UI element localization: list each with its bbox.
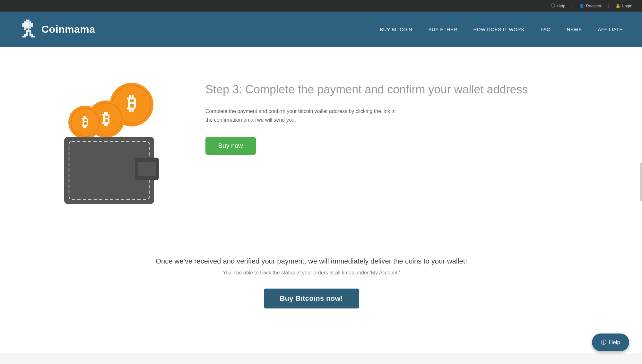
login-link[interactable]: 🔒 Login	[615, 4, 632, 8]
svg-rect-22	[24, 28, 26, 30]
svg-rect-5	[30, 21, 31, 23]
help-fab-icon: ⓘ	[601, 339, 606, 346]
step-title: Step 3: Complete the payment and confirm…	[205, 82, 591, 97]
svg-rect-25	[28, 30, 30, 32]
svg-text:₿: ₿	[82, 115, 88, 129]
svg-rect-0	[26, 19, 28, 21]
logo-regular: Coin	[41, 23, 65, 35]
svg-rect-21	[30, 27, 31, 29]
cta-sub-text: You'll be able to track the status of yo…	[32, 270, 591, 276]
cta-main-text: Once we've received and verified your pa…	[32, 257, 591, 265]
svg-rect-1	[28, 19, 30, 21]
login-icon: 🔒	[615, 4, 620, 8]
svg-rect-15	[28, 25, 30, 27]
wallet-illustration: ₿ ₿ ₿	[32, 73, 167, 218]
svg-rect-32	[31, 34, 33, 36]
svg-rect-18	[24, 27, 26, 29]
help-circle-icon: ⓘ	[551, 3, 555, 9]
svg-rect-27	[26, 32, 28, 34]
svg-rect-3	[26, 21, 28, 23]
login-link-label: Login	[622, 4, 632, 8]
svg-rect-49	[138, 162, 156, 176]
register-link-label: Register	[586, 4, 601, 8]
wallet-svg: ₿ ₿ ₿	[32, 73, 167, 217]
svg-rect-19	[26, 27, 28, 29]
svg-text:₿: ₿	[127, 93, 136, 113]
top-bar: ⓘ Help | 👤 Register | 🔒 Login	[0, 0, 642, 12]
nav-buy-bitcoin[interactable]: BUY BITCOIN	[380, 27, 412, 32]
logo-text: Coinmama	[41, 23, 95, 35]
svg-rect-36	[33, 36, 35, 38]
svg-rect-8	[26, 23, 28, 25]
svg-rect-24	[26, 30, 28, 32]
svg-rect-12	[22, 25, 24, 27]
buy-bitcoins-button[interactable]: Buy Bitcoins now!	[264, 289, 359, 308]
divider2: |	[608, 4, 609, 8]
logo-bold: mama	[65, 23, 95, 35]
svg-rect-17	[31, 25, 33, 27]
step-info: Step 3: Complete the payment and confirm…	[205, 73, 591, 155]
svg-rect-20	[28, 27, 30, 29]
register-icon: 👤	[579, 4, 584, 8]
svg-rect-31	[30, 34, 31, 36]
site-header: Coinmama BUY BITCOIN BUY ETHER HOW DOES …	[0, 12, 642, 47]
main-nav: BUY BITCOIN BUY ETHER HOW DOES IT WORK F…	[380, 27, 623, 32]
svg-text:₿: ₿	[102, 110, 110, 127]
svg-rect-29	[24, 34, 26, 36]
buy-now-button[interactable]: Buy now	[205, 137, 256, 155]
svg-rect-34	[24, 36, 26, 38]
svg-rect-6	[22, 23, 24, 25]
register-link[interactable]: 👤 Register	[579, 4, 601, 8]
svg-rect-10	[30, 23, 31, 25]
svg-rect-35	[31, 36, 33, 38]
svg-rect-30	[26, 34, 28, 36]
svg-rect-9	[28, 23, 30, 25]
step-description: Complete the payment and confirm your bi…	[205, 107, 398, 124]
help-fab-button[interactable]: ⓘ Help	[592, 334, 629, 351]
svg-rect-26	[30, 30, 31, 32]
step-section: ₿ ₿ ₿ Step 3: Complete the payment	[32, 73, 591, 218]
svg-rect-13	[24, 25, 26, 27]
scrollbar[interactable]	[640, 163, 642, 201]
svg-rect-16	[30, 25, 31, 27]
nav-faq[interactable]: FAQ	[541, 27, 551, 32]
logo[interactable]: Coinmama	[19, 19, 95, 40]
svg-rect-14	[26, 25, 28, 27]
svg-rect-23	[28, 28, 30, 30]
nav-buy-ether[interactable]: BUY ETHER	[428, 27, 457, 32]
cta-section: Once we've received and verified your pa…	[32, 244, 591, 328]
svg-rect-33	[22, 36, 24, 38]
help-link[interactable]: ⓘ Help	[551, 3, 565, 9]
svg-rect-2	[24, 21, 26, 23]
nav-how-it-works[interactable]: HOW DOES IT WORK	[473, 27, 525, 32]
logo-icon	[19, 19, 37, 40]
help-link-label: Help	[557, 4, 565, 8]
nav-news[interactable]: NEWS	[567, 27, 582, 32]
svg-rect-28	[30, 32, 31, 34]
svg-rect-4	[28, 21, 30, 23]
help-fab-label: Help	[609, 339, 620, 346]
svg-rect-7	[24, 23, 26, 25]
svg-rect-11	[31, 23, 33, 25]
divider1: |	[572, 4, 573, 8]
nav-affiliate[interactable]: AFFILIATE	[598, 27, 623, 32]
main-content: ₿ ₿ ₿ Step 3: Complete the payment	[0, 47, 642, 353]
